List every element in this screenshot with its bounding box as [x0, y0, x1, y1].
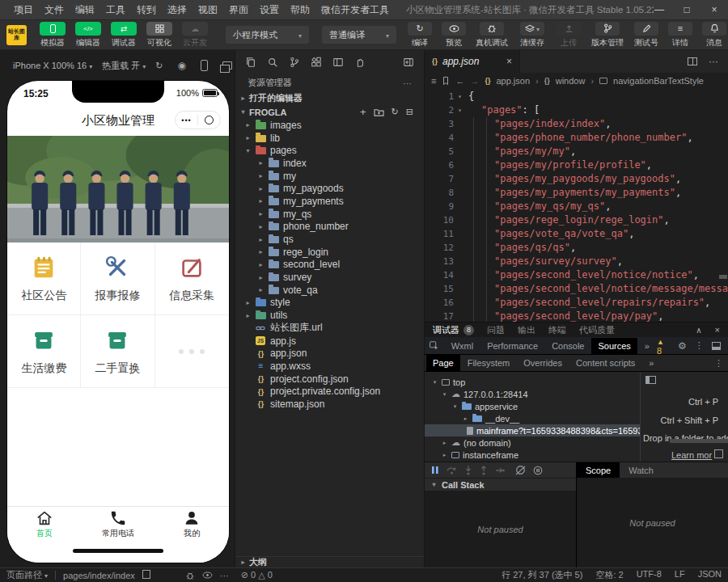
version-control-button[interactable]: 版本管理 [586, 22, 629, 48]
source-node-dev[interactable]: __dev__ [425, 412, 640, 424]
mode-dropdown[interactable]: 小程序模式 [226, 26, 309, 44]
hand-icon[interactable] [354, 57, 366, 68]
sources-tab-content-scripts[interactable]: Content scripts [569, 355, 641, 371]
tree-folder-survey[interactable]: survey [235, 271, 424, 284]
panel-tab-problems[interactable]: 问题 [487, 324, 505, 336]
cursor-position[interactable]: 行 27, 列 37 (选中 5) [502, 569, 582, 581]
panel-tab-terminal[interactable]: 终端 [548, 324, 566, 336]
tree-folder-vote-qa[interactable]: vote_qa [235, 284, 424, 297]
tree-folder-my-payments[interactable]: my_payments [235, 195, 424, 208]
source-node-appservice[interactable]: appservice [425, 400, 640, 412]
code-area[interactable]: 1▾{ 2▾"pages": [ 3"pages/index/index", 4… [425, 89, 728, 322]
source-node-no-domain[interactable]: (no domain) [425, 436, 640, 449]
tab-app-json[interactable]: app.json [425, 50, 520, 73]
encoding[interactable]: UTF-8 [637, 569, 662, 581]
tree-file-sitemap[interactable]: sitemap.json [235, 398, 424, 411]
expand-icon[interactable] [714, 449, 723, 458]
learn-more-link[interactable]: Learn mor [671, 450, 712, 460]
files-icon[interactable] [245, 57, 256, 68]
menu-project[interactable]: 项目 [8, 3, 39, 17]
devtools-tab-console[interactable]: Console [545, 338, 590, 354]
tree-file-project-private-config[interactable]: project.private.config.json [235, 385, 424, 398]
details-button[interactable]: 详情 [663, 22, 697, 48]
more-tabs-icon[interactable] [638, 338, 656, 354]
float-window-icon[interactable] [222, 61, 232, 70]
editor-toggle-button[interactable]: </> 编辑器 [70, 22, 106, 48]
remote-debug-button[interactable]: 真机调试 [471, 22, 513, 48]
source-node-mainframe[interactable]: mainframe?t=1659338488398&cts=1659338488… [425, 424, 640, 436]
menu-wechat-devtools[interactable]: 微信开发者工具 [315, 3, 395, 17]
test-account-button[interactable]: 测试号 [629, 22, 663, 48]
menu-settings[interactable]: 设置 [254, 3, 285, 17]
restart-icon[interactable] [155, 61, 163, 71]
split-editor-icon[interactable] [688, 57, 697, 65]
eol-setting[interactable]: LF [675, 569, 685, 581]
tree-folder-utils[interactable]: utils [235, 309, 424, 322]
tree-folder-my[interactable]: my [235, 170, 424, 183]
deactivate-breakpoints-icon[interactable] [515, 466, 526, 475]
tree-file-app-json[interactable]: app.json [235, 347, 424, 360]
menu-select[interactable]: 选择 [162, 3, 193, 17]
menu-goto[interactable]: 转到 [131, 3, 162, 17]
collapse-sidebar-icon[interactable] [403, 57, 414, 68]
refresh-icon[interactable] [392, 107, 399, 117]
problems-summary[interactable]: 0 0 [241, 570, 273, 580]
breadcrumb-file[interactable]: app.json [496, 76, 530, 86]
more-actions-icon[interactable] [403, 78, 412, 88]
tree-folder-pages[interactable]: pages [235, 144, 424, 157]
grid-item-notice[interactable]: 社区公告 [7, 242, 81, 315]
close-tab-icon[interactable] [506, 56, 512, 67]
source-node-instanceframe[interactable]: instanceframe [425, 449, 640, 461]
tab-phone-numbers[interactable]: 常用电话 [81, 507, 154, 542]
tab-watch[interactable]: Watch [620, 462, 662, 478]
tree-folder-qs[interactable]: qs [235, 233, 424, 246]
grid-item-pay[interactable]: 生活缴费 [7, 315, 81, 388]
close-button[interactable]: × [709, 4, 720, 15]
tree-folder-images[interactable]: images [235, 119, 424, 132]
sources-tab-filesystem[interactable]: Filesystem [461, 355, 517, 371]
pause-icon[interactable] [431, 466, 439, 474]
npm-panel-icon[interactable] [332, 57, 344, 68]
tree-file-app-js[interactable]: app.js [235, 335, 424, 348]
sources-tab-overrides[interactable]: Overrides [517, 355, 569, 371]
menu-view[interactable]: 视图 [193, 3, 223, 17]
new-folder-icon[interactable] [374, 108, 384, 116]
tab-profile[interactable]: 我的 [155, 507, 229, 542]
tree-folder-rege-login[interactable]: rege_login [235, 246, 424, 259]
bookmark-icon[interactable] [442, 76, 450, 86]
compile-mode-dropdown[interactable]: 普通编译 [322, 26, 396, 44]
menu-tools[interactable]: 工具 [100, 3, 131, 17]
minimize-button[interactable]: — [654, 4, 665, 15]
tab-scope[interactable]: Scope [577, 462, 620, 478]
hot-reload-toggle[interactable]: 热重载 开 [102, 60, 146, 72]
simulator-toggle-button[interactable]: 模拟器 [35, 22, 70, 48]
inspect-icon[interactable] [429, 340, 439, 351]
new-file-icon[interactable] [360, 106, 366, 118]
compile-button[interactable]: 编译 [403, 22, 437, 48]
search-icon[interactable] [267, 57, 278, 68]
messages-button[interactable]: 消息 [697, 22, 728, 48]
tree-folder-index[interactable]: index [235, 157, 424, 170]
tree-file-app-wxss[interactable]: app.wxss [235, 360, 424, 373]
source-node-top[interactable]: top [425, 376, 640, 388]
menu-help[interactable]: 帮助 [285, 3, 315, 17]
bug-icon[interactable] [185, 571, 195, 580]
tree-folder-second-level[interactable]: second_level [235, 259, 424, 272]
panel-tab-code-quality[interactable]: 代码质量 [579, 324, 615, 336]
menu-interface[interactable]: 界面 [223, 3, 254, 17]
more-tabs-icon[interactable] [642, 355, 660, 371]
open-editors-section[interactable]: 打开的编辑器 [235, 91, 424, 105]
source-control-icon[interactable] [289, 57, 300, 68]
back-icon[interactable] [455, 76, 464, 86]
tree-folder-my-paygoods[interactable]: my_paygoods [235, 182, 424, 195]
collapse-all-icon[interactable] [406, 107, 413, 117]
close-panel-icon[interactable] [715, 325, 720, 335]
clear-cache-button[interactable]: 清缓存 [513, 22, 552, 48]
more-dots-icon[interactable] [176, 116, 197, 124]
more-actions-icon[interactable] [220, 571, 229, 580]
grid-item-repair[interactable]: 报事报修 [81, 242, 154, 315]
page-path-dropdown[interactable]: 页面路径 [6, 569, 48, 581]
grid-item-secondhand[interactable]: 二手置换 [81, 315, 154, 388]
device-frame-icon[interactable] [201, 60, 208, 71]
tree-file-project-config[interactable]: project.config.json [235, 373, 424, 386]
